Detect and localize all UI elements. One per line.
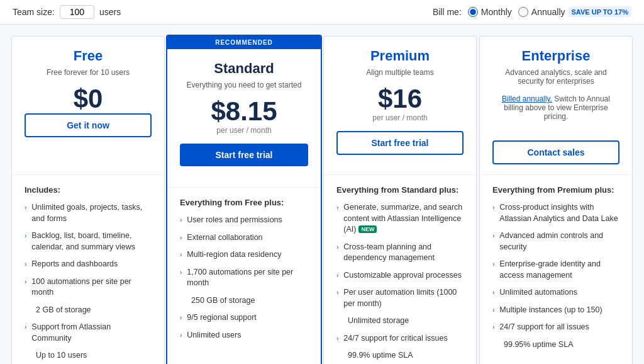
feature-text: Multi-region data residency [187,249,281,261]
features-title-standard: Everything from Free plus: [180,198,308,207]
feature-indent-premium-6: 99.9% uptime SLA [348,350,464,361]
plan-name-enterprise: Enterprise [522,48,591,64]
plan-features-enterprise: Everything from Premium plus: › Cross-pr… [480,175,632,364]
billed-annually-link[interactable]: Billed annually. [502,94,552,103]
features-title-free: Includes: [25,185,152,195]
plan-features-premium: Everything from Standard plus: › Generat… [324,175,476,364]
features-title-enterprise: Everything from Premium plus: [492,185,619,195]
feature-text: 1,700 automations per site per month [187,267,308,289]
feature-text: 9/5 regional support [187,312,257,324]
team-size-group: Team size: users [13,5,121,19]
cta-button-standard[interactable]: Start free trial [180,144,308,166]
annually-radio[interactable] [518,7,528,17]
plan-tagline-standard: Everything you need to get started [187,81,302,89]
plan-price-standard: $8.15 [211,98,277,125]
plan-card-free: FreeFree forever for 10 users$0Get it no… [11,36,165,364]
cta-button-premium[interactable]: Start free trial [336,131,464,155]
annually-label: Annually [531,7,565,17]
feature-item-standard-6: › Unlimited users [180,330,308,341]
plan-tagline-premium: Align multiple teams [366,68,433,77]
plan-card-premium: PremiumAlign multiple teams$16per user /… [323,36,477,364]
chevron-icon: › [25,203,26,212]
new-badge: NEW [358,225,377,233]
feature-text: External collaboration [187,232,262,244]
feature-item-enterprise-0: › Cross-product insights with Atlassian … [492,202,619,224]
chevron-icon: › [180,251,182,259]
chevron-icon: › [180,216,182,225]
chevron-icon: › [492,288,494,297]
chevron-icon: › [336,334,338,343]
cta-button-enterprise[interactable]: Contact sales [492,140,619,164]
cta-button-free[interactable]: Get it now [25,113,152,137]
plan-header-enterprise: EnterpriseAdvanced analytics, scale and … [480,37,632,175]
feature-item-premium-2: › Customizable approval processes [336,270,464,282]
feature-text: User roles and permissions [187,215,282,226]
plan-header-premium: PremiumAlign multiple teams$16per user /… [324,37,476,175]
feature-text: Support from Atlassian Community [31,322,152,344]
top-bar: Team size: users Bill me: Monthly Annual… [0,0,644,25]
chevron-icon: › [180,234,182,242]
plan-card-enterprise: EnterpriseAdvanced analytics, scale and … [479,36,633,364]
chevron-icon: › [336,243,338,252]
chevron-icon: › [25,323,26,332]
chevron-icon: › [492,306,494,315]
plan-name-premium: Premium [370,48,430,64]
feature-item-standard-1: › External collaboration [180,232,308,244]
feature-text: Cross-team planning and dependency manag… [343,242,464,264]
feature-text: Enterprise-grade identity and access man… [499,259,619,281]
chevron-icon: › [336,271,338,280]
feature-text: Unlimited goals, projects, tasks, and fo… [31,202,152,224]
chevron-icon: › [492,260,494,269]
monthly-label: Monthly [481,7,512,17]
feature-indent-premium-4: Unlimited storage [348,316,464,327]
feature-item-premium-3: › Per user automation limits (1000 per m… [336,287,464,309]
pricing-grid: FreeFree forever for 10 users$0Get it no… [0,25,644,364]
features-title-premium: Everything from Standard plus: [336,185,464,195]
feature-item-free-3: › 100 automations per site per month [25,276,152,299]
annually-option[interactable]: Annually SAVE UP TO 17% [518,7,631,17]
feature-text: Unlimited automations [499,287,577,299]
feature-text: Cross-product insights with Atlassian An… [499,202,619,224]
feature-item-premium-5: › 24/7 support for critical issues [336,333,464,344]
feature-item-standard-3: › 1,700 automations per site per month [180,267,308,289]
feature-item-enterprise-4: › Multiple instances (up to 150) [492,305,619,316]
feature-item-standard-2: › Multi-region data residency [180,249,308,261]
team-size-input[interactable] [60,5,94,19]
chevron-icon: › [336,203,338,212]
chevron-icon: › [180,331,182,340]
feature-item-free-1: › Backlog, list, board, timeline, calend… [25,230,152,253]
chevron-icon: › [25,260,26,269]
feature-text: Unlimited users [187,330,241,341]
feature-item-free-0: › Unlimited goals, projects, tasks, and … [25,202,152,224]
feature-item-standard-0: › User roles and permissions [180,215,308,226]
recommended-badge: RECOMMENDED [167,36,321,49]
chevron-icon: › [25,232,26,241]
feature-text: Customizable approval processes [343,270,462,282]
feature-item-free-5: › Support from Atlassian Community [25,322,152,344]
feature-text: Advanced admin controls and security [499,230,619,253]
feature-text: Generate, summarize, and search content … [343,202,464,236]
users-label: users [99,7,121,17]
chevron-icon: › [492,203,494,212]
enterprise-note: Billed annually. Switch to Annual billin… [492,94,619,121]
billing-label: Bill me: [433,7,462,17]
feature-text: 24/7 support for all issues [499,322,589,333]
monthly-radio[interactable] [468,7,478,17]
feature-item-enterprise-1: › Advanced admin controls and security [492,230,619,253]
chevron-icon: › [492,232,494,241]
feature-item-enterprise-2: › Enterprise-grade identity and access m… [492,259,619,281]
monthly-option[interactable]: Monthly [468,7,512,17]
feature-item-enterprise-5: › 24/7 support for all issues [492,322,619,333]
plan-card-standard: RECOMMENDEDStandardEverything you need t… [166,35,322,364]
plan-features-standard: Everything from Free plus: › User roles … [167,188,321,357]
feature-indent-enterprise-6: 99.95% uptime SLA [504,339,619,351]
feature-item-premium-0: › Generate, summarize, and search conten… [336,202,464,236]
plan-features-free: Includes: › Unlimited goals, projects, t… [12,175,164,364]
plan-price-unit-standard: per user / month [216,126,271,135]
plan-tagline-free: Free forever for 10 users [47,68,130,77]
feature-indent-free-6: Up to 10 users [36,350,152,361]
plan-name-standard: Standard [214,60,274,77]
plan-price-unit-premium: per user / month [372,113,427,122]
team-size-label: Team size: [13,7,55,17]
chevron-icon: › [336,288,338,297]
